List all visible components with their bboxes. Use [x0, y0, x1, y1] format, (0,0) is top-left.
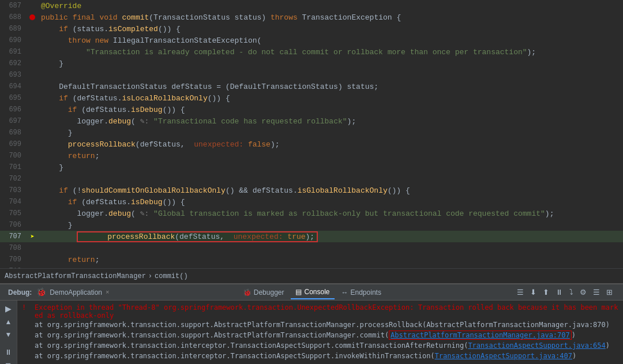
tab-endpoints[interactable]: ↔ Endpoints — [337, 286, 386, 299]
line-number-694: 694 — [0, 82, 26, 91]
line-number-702: 702 — [0, 175, 26, 183]
toolbar-filter-btn[interactable]: ☰ — [515, 287, 526, 298]
code-line-688: 688 public final void commit(Transaction… — [0, 12, 623, 23]
code-line-697: 697 logger.debug( ✎: "Transactional code… — [0, 115, 623, 127]
code-line-690: 690 throw new IllegalTransactionStateExc… — [0, 35, 623, 46]
line-content-690: throw new IllegalTransactionStateExcepti… — [39, 36, 623, 45]
code-line-695: 695 if (defStatus.isLocalRollbackOnly())… — [0, 92, 623, 104]
stack-text-3: at org.springframework.transaction.inter… — [35, 342, 618, 350]
toolbar-settings-btn[interactable]: ⚙ — [577, 287, 589, 298]
line-content-691: "Transaction is already completed - do n… — [39, 48, 623, 57]
stack-before-3: org.springframework.transaction.intercep… — [47, 342, 468, 350]
console-nav-down-btn[interactable]: ▼ — [3, 329, 14, 340]
code-line-687: 687 @Override — [0, 0, 623, 12]
code-line-705: 705 logger.debug( ✎: "Global transaction… — [0, 208, 623, 219]
debug-session: 🐞 DemoApplication × — [36, 287, 109, 297]
console-pause-btn[interactable]: ⏸ — [2, 347, 14, 358]
breadcrumb-method: commit() — [155, 272, 188, 280]
code-line-699: 699 processRollback(defStatus, unexpecte… — [0, 138, 623, 150]
stack-after-3: ) — [606, 342, 610, 350]
debug-panel: Debug: 🐞 DemoApplication × 🐞 Debugger ▤ … — [0, 283, 623, 364]
code-line-696: 696 if (defStatus.isDebug()) { — [0, 104, 623, 115]
line-content-701: } — [39, 163, 623, 172]
stack-after-2: ) — [572, 331, 576, 339]
line-number-704: 704 — [0, 198, 26, 206]
line-number-691: 691 — [0, 48, 26, 56]
toolbar-pause-btn[interactable]: ⏸ — [553, 287, 565, 298]
code-line-691: 691 "Transaction is already completed - … — [0, 46, 623, 58]
toolbar-list-btn[interactable]: ☰ — [591, 287, 602, 298]
stack-text-1: at org.springframework.transaction.suppo… — [35, 321, 618, 329]
code-line-693: 693 — [0, 69, 623, 81]
console-tab-label: Console — [304, 288, 329, 296]
line-number-703: 703 — [0, 186, 26, 194]
code-line-708: 708 — [0, 242, 623, 254]
code-line-701: 701 } — [0, 162, 623, 173]
console-nav-up-btn[interactable]: ▲ — [3, 317, 14, 327]
console-icon: ▤ — [295, 288, 302, 296]
line-number-697: 697 — [0, 117, 26, 125]
breadcrumb-bar: AbstractPlatformTransactionManager › com… — [0, 268, 623, 283]
error-icon: ! — [22, 303, 31, 312]
debugger-tab-label: Debugger — [254, 288, 284, 297]
endpoints-tab-label: Endpoints — [351, 288, 381, 297]
code-editor: 687 @Override 688 public final void comm… — [0, 0, 623, 268]
tab-debugger[interactable]: 🐞 Debugger — [238, 286, 289, 299]
debugger-icon: 🐞 — [243, 288, 252, 297]
breakpoint-688[interactable] — [29, 14, 35, 20]
console-stack-1: at org.springframework.transaction.suppo… — [17, 320, 623, 331]
stack-prefix-3: at — [35, 342, 47, 350]
bug-icon: 🐞 — [36, 287, 46, 297]
stack-text-4: at org.springframework.transaction.inter… — [35, 352, 618, 360]
toolbar-up-btn[interactable]: ⬆ — [541, 287, 551, 298]
code-line-698: 698 } — [0, 127, 623, 138]
stack-text-2: at org.springframework.transaction.suppo… — [35, 331, 618, 339]
code-line-689: 689 if (status.isCompleted()) { — [0, 23, 623, 35]
line-content-694: DefaultTransactionStatus defStatus = (De… — [39, 82, 623, 91]
line-content-710: } — [39, 267, 623, 269]
breadcrumb-sep: › — [148, 272, 152, 280]
line-content-692: } — [39, 59, 623, 68]
stack-prefix-1: at — [35, 321, 47, 329]
line-content-689: if (status.isCompleted()) { — [39, 25, 623, 33]
line-number-689: 689 — [0, 25, 26, 33]
line-content-695: if (defStatus.isLocalRollbackOnly()) { — [39, 94, 623, 103]
console-stack-3: at org.springframework.transaction.inter… — [17, 341, 623, 351]
console-stop-btn[interactable]: ⏹ — [2, 360, 14, 364]
line-content-688: public final void commit(TransactionStat… — [39, 13, 623, 22]
line-number-693: 693 — [0, 71, 26, 79]
stack-prefix-4: at — [35, 352, 47, 360]
console-run-btn[interactable]: ▶ — [3, 303, 14, 314]
debug-session-name: DemoApplication — [50, 288, 102, 297]
console-stack-2: at org.springframework.transaction.suppo… — [17, 331, 623, 341]
line-content-687: @Override — [39, 2, 623, 10]
code-line-702: 702 — [0, 173, 623, 185]
breadcrumb-class: AbstractPlatformTransactionManager — [5, 272, 146, 280]
debug-session-close[interactable]: × — [106, 289, 110, 296]
code-lines: 687 @Override 688 public final void comm… — [0, 0, 623, 268]
toolbar-down-btn[interactable]: ⬇ — [528, 287, 539, 298]
line-number-696: 696 — [0, 106, 26, 114]
debug-tabs-bar: Debug: 🐞 DemoApplication × 🐞 Debugger ▤ … — [0, 284, 623, 301]
code-line-709: 709 return; — [0, 254, 623, 265]
stack-content-1: org.springframework.transaction.support.… — [47, 321, 610, 329]
line-content-698: } — [39, 129, 623, 137]
code-line-710: 710 } — [0, 265, 623, 268]
line-content-699: processRollback(defStatus, unexpected: f… — [39, 140, 623, 149]
stack-link-4[interactable]: TransactionAspectSupport.java:407 — [435, 352, 572, 360]
line-content-705: logger.debug( ✎: "Global transaction is … — [39, 209, 623, 218]
line-number-695: 695 — [0, 94, 26, 102]
debug-arrow-707: ➤ — [30, 232, 34, 241]
tab-console[interactable]: ▤ Console — [291, 286, 334, 299]
line-number-700: 700 — [0, 152, 26, 160]
line-number-687: 687 — [0, 2, 26, 10]
console-line-exception: ! Exception in thread "Thread-8" org.spr… — [17, 303, 623, 320]
toolbar-step-btn[interactable]: ⤵ — [567, 287, 576, 298]
line-number-698: 698 — [0, 129, 26, 137]
toolbar-grid-btn[interactable]: ⊞ — [604, 287, 615, 298]
line-number-708: 708 — [0, 244, 26, 252]
line-content-709: return; — [39, 256, 623, 264]
stack-link-2[interactable]: AbstractPlatformTransactionManager.java:… — [389, 331, 572, 340]
console-output: ! Exception in thread "Thread-8" org.spr… — [17, 301, 623, 364]
stack-link-3[interactable]: TransactionAspectSupport.java:654 — [468, 342, 605, 350]
